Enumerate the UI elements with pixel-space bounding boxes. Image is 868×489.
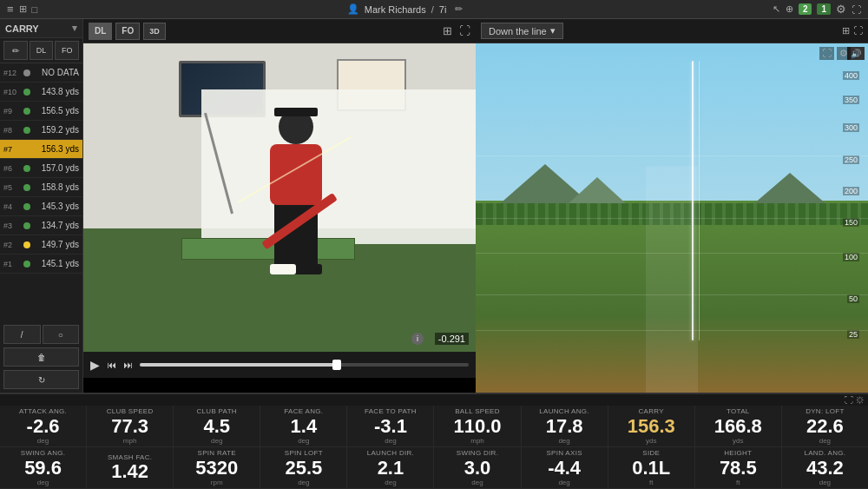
shot-list-item[interactable]: #1 145.1 yds [0, 254, 82, 274]
shot-value: 159.2 yds [33, 125, 79, 135]
shot-list-item[interactable]: #10 143.8 yds [0, 83, 82, 102]
dist-250: 250 [843, 155, 859, 164]
stat-unit: ft [736, 479, 740, 486]
shot-list-item[interactable]: #7 156.3 yds [0, 140, 82, 159]
right-panel: Down the line ▾ ⊞ ⛶ 400 [476, 19, 868, 393]
carry-label: CARRY [5, 23, 39, 34]
left-sidebar: CARRY ▾ ✏ DL FO #12 NO DATA #10 143.8 yd… [0, 19, 83, 393]
stat-value: -4.4 [548, 458, 581, 479]
stat-cell: FACE ANG. 1.4 deg [260, 406, 347, 446]
stat-cell: DYN: LOFT 22.6 deg [782, 406, 868, 446]
dist-line-4 [476, 294, 868, 295]
stat-value: 43.2 [806, 458, 844, 479]
info-icon[interactable]: i [411, 333, 424, 345]
tool-dl[interactable]: DL [30, 41, 54, 60]
list-icon[interactable]: ⊞ [19, 3, 27, 15]
shot-number: #9 [3, 107, 21, 116]
progress-fill [140, 363, 337, 367]
shot-list-item[interactable]: #9 156.5 yds [0, 102, 82, 121]
dist-50: 50 [847, 294, 859, 303]
shot-list-item[interactable]: #4 145.3 yds [0, 197, 82, 216]
stat-unit: deg [37, 437, 49, 445]
shot-list-item[interactable]: #6 157.0 yds [0, 159, 82, 178]
shot-value: NO DATA [33, 68, 79, 77]
shot-list-item[interactable]: #5 158.8 yds [0, 178, 82, 197]
expand-icon[interactable]: ⛶ [852, 4, 861, 15]
stat-cell: LAND. ANG. 43.2 deg [782, 447, 868, 488]
expand-icon-3d[interactable]: ⛶ [819, 47, 834, 60]
next-frame-button[interactable]: ⏭ [123, 360, 133, 370]
stat-cell: SWING DIR. 3.0 deg [434, 447, 521, 488]
stat-value: 17.8 [546, 416, 583, 437]
grid-icon-right[interactable]: ⊞ [842, 25, 850, 36]
shot-list-item[interactable]: #3 134.7 yds [0, 216, 82, 235]
tool-line[interactable]: / [3, 325, 41, 344]
play-button[interactable]: ▶ [90, 358, 100, 372]
progress-thumb[interactable] [332, 360, 341, 370]
shot-color-dot [23, 241, 30, 248]
tool-refresh[interactable]: ↻ [3, 370, 79, 389]
progress-bar[interactable] [140, 363, 469, 367]
top-bar: ≡ ⊞ □ 👤 Mark Richards / 7i ✏ ↖ ⊕ 2 1 ⚙ ⛶ [0, 0, 868, 19]
stat-cell: CARRY 156.3 yds [608, 406, 695, 446]
shot-value: 134.7 yds [33, 221, 79, 230]
shot-color-dot [23, 165, 30, 172]
video-controls: ▶ ⏮ ⏭ [83, 352, 476, 378]
shot-number: #1 [3, 260, 21, 268]
menu-icon[interactable]: ≡ [7, 3, 14, 16]
target-icon[interactable]: ⊕ [786, 3, 793, 15]
btn-dl[interactable]: DL [89, 23, 112, 40]
tool-fo[interactable]: FO [55, 41, 79, 60]
stat-unit: deg [558, 437, 569, 445]
shot-list-item[interactable]: #12 NO DATA [0, 63, 82, 83]
tool-circle[interactable]: ○ [43, 325, 80, 344]
stat-cell: SPIN LOFT 25.5 deg [260, 447, 347, 488]
stats-row1: ATTACK ANG. -2.6 deg CLUB SPEED 77.3 mph… [0, 406, 868, 447]
arrow-icon[interactable]: ↖ [773, 3, 780, 15]
top-bar-right: ↖ ⊕ 2 1 ⚙ ⛶ [773, 3, 861, 16]
dist-350: 350 [843, 96, 859, 104]
stat-value: 1.42 [111, 461, 148, 482]
dist-100: 100 [843, 253, 859, 261]
stat-value: 22.6 [806, 416, 844, 437]
main-area: CARRY ▾ ✏ DL FO #12 NO DATA #10 143.8 yd… [0, 19, 868, 393]
video-overlay-value: -0.291 [435, 333, 469, 345]
grid-view-icon[interactable]: ⊞ [443, 24, 452, 37]
stats-area: ⛶ ⚙ ATTACK ANG. -2.6 deg CLUB SPEED 77.3… [0, 393, 868, 489]
stat-value: 110.0 [453, 416, 501, 437]
dist-line-1 [476, 155, 868, 156]
stat-value: 2.1 [378, 458, 404, 479]
settings-icon-3d[interactable]: ⚙ [837, 47, 851, 60]
flight-line-main [692, 61, 694, 340]
dist-25: 25 [847, 330, 859, 339]
shot-number: #4 [3, 202, 21, 211]
dist-line-3 [476, 253, 868, 254]
stats-expand-icon[interactable]: ⛶ ⚙ [845, 395, 865, 405]
video-frame: i -0.291 [83, 43, 476, 352]
square-icon[interactable]: □ [32, 4, 38, 15]
view-dropdown[interactable]: Down the line ▾ [481, 23, 563, 39]
tool-delete[interactable]: 🗑 [3, 347, 79, 367]
fullscreen-icon[interactable]: ⛶ [459, 24, 470, 37]
shot-value: 145.1 yds [33, 259, 79, 268]
shot-value: 157.0 yds [33, 163, 79, 173]
stat-value: 59.6 [24, 458, 62, 479]
shot-value: 149.7 yds [33, 240, 79, 249]
settings-icon[interactable]: ⚙ [836, 3, 846, 16]
shot-list-item[interactable]: #2 149.7 yds [0, 235, 82, 254]
btn-3d[interactable]: 3D [143, 23, 166, 40]
tool-pencil[interactable]: ✏ [3, 41, 28, 60]
prev-frame-button[interactable]: ⏮ [107, 360, 116, 370]
btn-fo[interactable]: FO [115, 23, 140, 40]
shot-list-item[interactable]: #8 159.2 yds [0, 121, 82, 140]
pencil-icon[interactable]: ✏ [455, 3, 463, 15]
shot-number: #2 [3, 241, 21, 249]
stat-value: -3.1 [374, 416, 407, 437]
stat-value: 4.5 [203, 416, 230, 437]
fullscreen-icon-right[interactable]: ⛶ [853, 25, 863, 36]
shot-number: #8 [3, 126, 21, 135]
user-icon: 👤 [347, 3, 359, 15]
stat-value: 78.5 [720, 458, 757, 479]
chevron-down-icon[interactable]: ▾ [72, 23, 77, 34]
stat-unit: deg [298, 479, 309, 486]
